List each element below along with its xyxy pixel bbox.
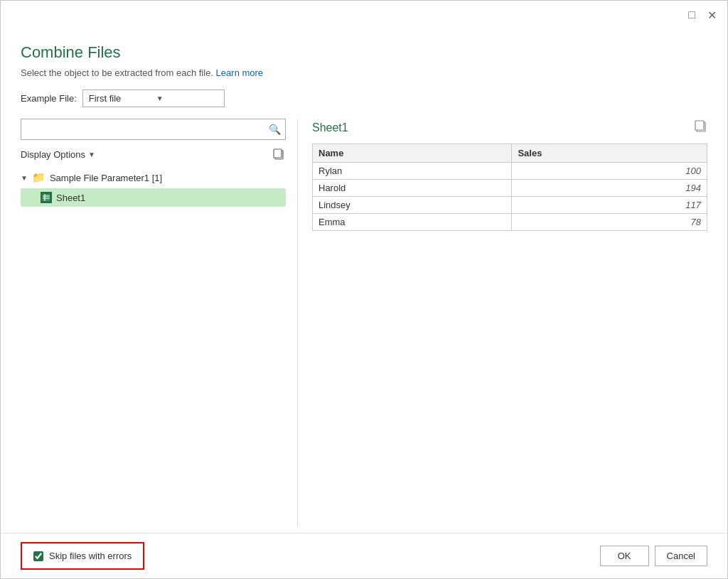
ok-button[interactable]: OK [600, 546, 649, 566]
display-options-row: Display Options ▼ [21, 147, 286, 161]
folder-label: Sample File Parameter1 [1] [50, 173, 162, 183]
dialog-title: Combine Files [21, 43, 707, 62]
copy-icon[interactable] [272, 147, 286, 161]
search-icon[interactable]: 🔍 [264, 119, 285, 139]
search-row: 🔍 [21, 119, 286, 140]
cell-name: Emma [313, 214, 512, 231]
col-header-sales: Sales [512, 144, 707, 163]
search-input[interactable] [21, 121, 264, 139]
footer-buttons: OK Cancel [600, 546, 707, 566]
svg-rect-1 [274, 149, 282, 158]
cell-sales: 100 [512, 163, 707, 180]
preview-copy-icon[interactable] [693, 119, 707, 136]
example-file-label: Example File: [21, 93, 77, 104]
dialog-footer: Skip files with errors OK Cancel [1, 533, 727, 578]
tree-folder[interactable]: ▼ 📁 Sample File Parameter1 [1] [21, 168, 286, 187]
cell-name: Harold [313, 180, 512, 197]
right-panel: Sheet1 Name Sales [298, 119, 707, 527]
combine-files-dialog: □ ✕ Combine Files Select the object to b… [0, 0, 728, 579]
skip-files-checkbox[interactable] [33, 551, 43, 561]
preview-title: Sheet1 [312, 121, 348, 134]
title-bar: □ ✕ [1, 1, 727, 29]
learn-more-link[interactable]: Learn more [216, 67, 263, 78]
skip-files-label: Skip files with errors [49, 551, 132, 561]
example-file-select[interactable]: First file ▼ [82, 90, 225, 107]
tree-area: ▼ 📁 Sample File Parameter1 [1] [21, 168, 286, 527]
display-options-label: Display Options [21, 149, 85, 160]
folder-icon: 📁 [32, 171, 46, 184]
table-row: Rylan100 [313, 163, 707, 180]
svg-rect-2 [43, 194, 50, 201]
dialog-subtitle: Select the object to be extracted from e… [21, 67, 707, 78]
content-area: 🔍 Display Options ▼ [21, 119, 707, 527]
example-file-row: Example File: First file ▼ [21, 90, 707, 107]
display-options-button[interactable]: Display Options ▼ [21, 148, 95, 161]
dropdown-arrow-icon: ▼ [156, 94, 218, 102]
data-table: Name Sales Rylan100Harold194Lindsey117Em… [312, 144, 707, 231]
preview-header: Sheet1 [312, 119, 707, 136]
col-header-name: Name [313, 144, 512, 163]
close-button[interactable]: ✕ [703, 6, 720, 23]
cell-sales: 194 [512, 180, 707, 197]
cell-name: Rylan [313, 163, 512, 180]
sheet-icon [41, 192, 52, 203]
cell-name: Lindsey [313, 197, 512, 214]
dialog-body: Combine Files Select the object to be ex… [1, 29, 727, 527]
cancel-button[interactable]: Cancel [655, 546, 707, 566]
table-row: Harold194 [313, 180, 707, 197]
skip-files-section: Skip files with errors [21, 542, 144, 570]
table-row: Emma78 [313, 214, 707, 231]
cell-sales: 78 [512, 214, 707, 231]
expand-arrow-icon: ▼ [21, 174, 28, 182]
svg-rect-7 [695, 121, 704, 130]
sheet-label: Sheet1 [56, 193, 85, 203]
left-panel: 🔍 Display Options ▼ [21, 119, 298, 527]
tree-item-sheet1[interactable]: Sheet1 [21, 188, 286, 207]
restore-button[interactable]: □ [683, 6, 700, 23]
table-row: Lindsey117 [313, 197, 707, 214]
example-file-value: First file [89, 93, 151, 104]
display-options-arrow-icon: ▼ [88, 151, 95, 158]
cell-sales: 117 [512, 197, 707, 214]
